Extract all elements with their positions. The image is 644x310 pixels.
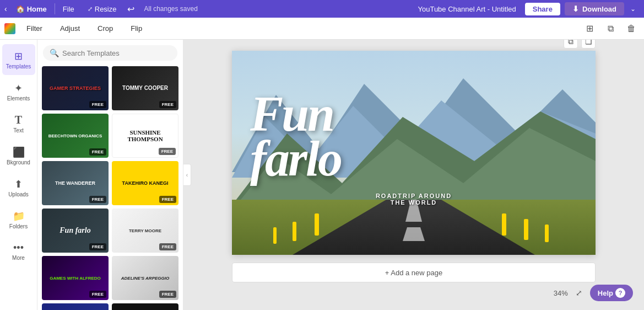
template-card[interactable]: TERRY MOORE FREE (112, 209, 178, 253)
svg-rect-10 (293, 222, 296, 241)
svg-rect-11 (273, 227, 277, 244)
filter-button[interactable]: Filter (20, 22, 49, 35)
sidebar-item-elements[interactable]: ✦ Elements (2, 76, 35, 107)
add-page-bar[interactable]: + Add a new page (232, 263, 596, 282)
template-card[interactable]: RUFUS STRIKES & WINS FREE (42, 303, 109, 310)
sidebar-item-templates[interactable]: ⊞ Templates (2, 44, 35, 75)
color-dot[interactable] (4, 23, 15, 34)
document-title: YouTube Channel Art - Untitled (418, 5, 516, 13)
adjust-button[interactable]: Adjust (53, 22, 86, 35)
free-badge: FREE (89, 291, 106, 298)
zoom-level: 34% (554, 289, 568, 297)
canvas-title-text: Funfarlo (250, 92, 341, 181)
flip-button[interactable]: Flip (124, 22, 149, 35)
elements-icon: ✦ (14, 82, 23, 94)
sidebar-item-text[interactable]: T Text (2, 108, 35, 139)
free-badge: FREE (89, 196, 106, 203)
grid-icon-button[interactable]: ⊞ (581, 20, 598, 37)
elements-label: Elements (7, 95, 30, 101)
help-button[interactable]: Help ? (590, 285, 633, 301)
canvas-wrapper: ⧉ ❏ (232, 51, 596, 255)
free-badge: FREE (159, 243, 176, 250)
back-arrow-icon: ‹ (4, 4, 7, 13)
template-card[interactable]: TAKEHIRO KANEGI FREE (112, 161, 178, 205)
zoom-bar: 34% ⤢ Help ? (554, 285, 633, 301)
folders-label: Folders (9, 223, 28, 229)
free-badge: FREE (159, 196, 176, 203)
free-badge: FREE (159, 291, 176, 298)
help-question-mark: ? (615, 288, 625, 298)
template-card[interactable]: THE WANDERER FREE (42, 161, 109, 205)
background-label: Bkground (7, 159, 30, 165)
template-card[interactable]: GAMES WITH ALFREDO FREE (42, 256, 109, 300)
download-icon: ⬇ (572, 4, 579, 13)
trash-icon-button[interactable]: 🗑 (623, 20, 640, 37)
free-badge: FREE (159, 148, 176, 155)
template-card[interactable]: Art with Adora FREE (112, 303, 178, 310)
zoom-fit-button[interactable]: ⤢ (572, 286, 586, 300)
templates-panel: 🔍 GAMER STRATEGIES FREE TOMMY COOPER FRE… (37, 40, 183, 310)
more-icon: ••• (13, 242, 24, 254)
free-badge: FREE (89, 243, 106, 250)
home-icon: 🏠 (16, 5, 25, 13)
text-label: Text (13, 127, 23, 133)
template-card[interactable]: Fun farlo FREE (42, 209, 109, 253)
saved-status: All changes saved (140, 5, 416, 13)
svg-rect-14 (545, 225, 549, 242)
crop-button[interactable]: Crop (91, 22, 120, 35)
sidebar-item-background[interactable]: ⬛ Bkground (2, 140, 35, 171)
undo-button[interactable]: ↩ (125, 2, 138, 15)
file-menu-button[interactable]: File (57, 0, 80, 18)
collapse-panel-button[interactable]: ‹ (183, 164, 191, 186)
left-sidebar: ⊞ Templates ✦ Elements T Text ⬛ Bkground… (0, 40, 37, 310)
share-button[interactable]: Share (525, 3, 560, 15)
free-badge: FREE (89, 101, 106, 108)
uploads-icon: ⬆ (14, 178, 23, 190)
more-label: More (12, 255, 25, 261)
template-card[interactable]: ADELINE'S ARPEGGIO FREE (112, 256, 178, 300)
search-icon: 🔍 (50, 49, 59, 57)
template-card[interactable]: TOMMY COOPER FREE (112, 66, 178, 110)
template-card[interactable]: SUNSHINE THOMPSON FREE (112, 114, 178, 158)
sidebar-item-uploads[interactable]: ⬆ Uploads (2, 172, 35, 203)
svg-rect-13 (524, 219, 528, 240)
template-card[interactable]: GAMER STRATEGIES FREE (42, 66, 109, 110)
duplicate-icon-button[interactable]: ⧉ (602, 20, 619, 37)
home-button[interactable]: 🏠 Home (10, 0, 52, 18)
free-badge: FREE (89, 148, 106, 156)
templates-label: Templates (6, 63, 31, 70)
template-card[interactable]: BEECHTOWN ORGANICS FREE (42, 114, 109, 158)
nav-divider (55, 3, 55, 14)
template-grid: GAMER STRATEGIES FREE TOMMY COOPER FREE … (37, 64, 183, 310)
free-badge: FREE (159, 101, 176, 108)
sidebar-item-more[interactable]: ••• More (2, 236, 35, 267)
templates-icon: ⊞ (14, 50, 23, 62)
sidebar-item-folders[interactable]: 📁 Folders (2, 204, 35, 235)
uploads-label: Uploads (8, 191, 29, 197)
canvas-area: ⧉ ❏ (183, 40, 644, 310)
text-icon: T (15, 114, 22, 126)
background-icon: ⬛ (13, 146, 25, 158)
canvas-copy-button[interactable]: ⧉ (564, 40, 578, 49)
canvas-subtitle-text: ROADTRIP AROUNDTHE WORLD (376, 193, 452, 206)
download-button[interactable]: ⬇ Download (565, 2, 624, 15)
canvas-controls: ⧉ ❏ (564, 40, 596, 49)
resize-icon: ⤢ (88, 6, 93, 13)
canvas-duplicate-button[interactable]: ❏ (581, 40, 596, 49)
main-layout: ⊞ Templates ✦ Elements T Text ⬛ Bkground… (0, 40, 644, 310)
resize-button[interactable]: ⤢ Resize (82, 0, 122, 18)
svg-rect-9 (315, 213, 319, 236)
svg-rect-12 (502, 213, 506, 236)
folders-icon: 📁 (13, 210, 25, 222)
canvas-scene[interactable]: Funfarlo ROADTRIP AROUNDTHE WORLD (232, 51, 596, 255)
nav-chevron-button[interactable]: ⌄ (626, 2, 640, 15)
top-nav: ‹ 🏠 Home File ⤢ Resize ↩ All changes sav… (0, 0, 644, 18)
search-bar: 🔍 (37, 40, 183, 64)
toolbar: Filter Adjust Crop Flip ⊞ ⧉ 🗑 (0, 18, 644, 40)
search-input[interactable] (62, 49, 171, 57)
